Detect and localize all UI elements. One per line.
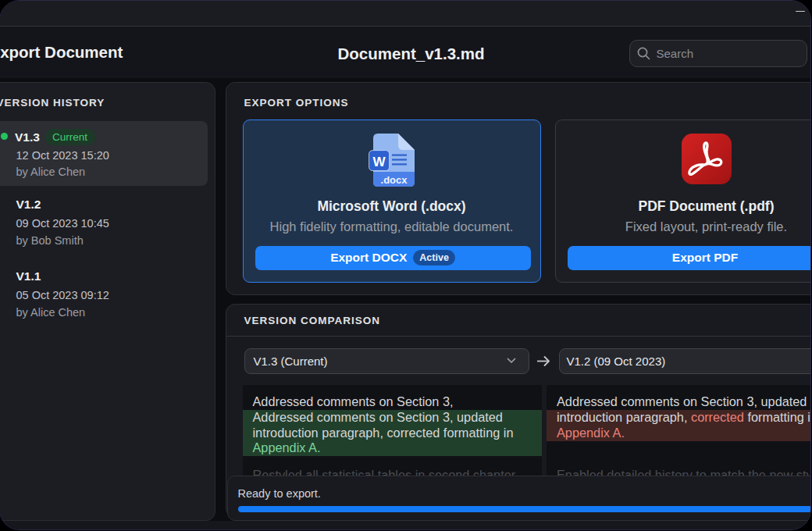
svg-text:W: W	[372, 154, 386, 169]
svg-text:.docx: .docx	[380, 174, 408, 186]
